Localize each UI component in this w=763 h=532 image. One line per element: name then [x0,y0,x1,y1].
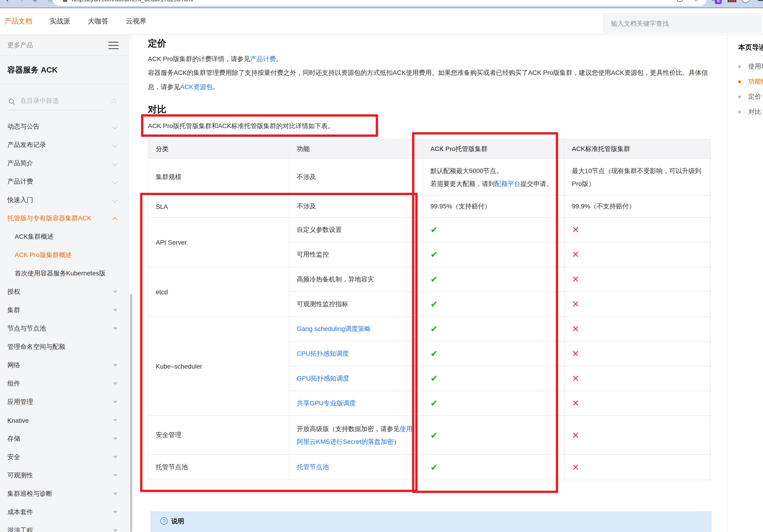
nav-tab[interactable]: 云视界 [126,17,147,26]
sidebar-item[interactable]: 节点与节点池 [0,319,133,338]
sidebar-item[interactable]: Knative [0,411,133,430]
sidebar-item[interactable]: ACK集群概述 [0,228,133,246]
sidebar-item-label: 托管版与专有版容器集群ACK [7,214,91,222]
sidebar-item[interactable]: 存储 [0,430,133,448]
link-ack-resource-pack[interactable]: ACK资源包 [180,83,213,90]
link-quota-platform[interactable]: 配额平台 [495,180,520,187]
check-icon: ✔ [430,250,438,259]
link-managed-nodepool[interactable]: 托管节点池 [297,463,329,471]
hamburger-icon[interactable] [108,42,119,49]
avatar[interactable] [741,0,750,3]
col-header-category: 分类 [148,139,289,159]
cell-category: SLA [148,195,289,217]
triangle-down-icon [113,511,118,514]
cell-function: Gang scheduling调度策略 [289,316,423,341]
cell-standard: ✕ [564,217,710,242]
nav-tab[interactable]: 实战派 [50,17,70,26]
chevron-down-icon [112,179,118,185]
sidebar-item-label: 产品计费 [7,178,33,186]
sidebar-item[interactable]: 首次使用容器服务Kubernetes版 [0,264,133,283]
link-shared-gpu-pro[interactable]: 共享GPU专业版调度 [297,399,356,406]
cell-standard: ✕ [564,416,710,455]
cell-pro: ✔ [423,292,564,316]
sidebar-item[interactable]: 管理命名空间与配额 [0,338,133,356]
cell-category: 安全管理 [148,416,289,455]
forward-icon[interactable]: › [18,0,27,4]
toc-filter-input[interactable] [19,96,102,105]
sidebar-item-label: 应用管理 [7,398,33,406]
sidebar-scrollbar-thumb[interactable] [130,294,132,532]
sidebar-item[interactable]: 混沌工程 [0,521,133,532]
sidebar-item[interactable]: 产品简介 [0,154,133,173]
sidebar-item-label: 组件 [7,380,20,388]
nav-tab[interactable]: 产品文档 [5,17,32,26]
triangle-down-icon [113,364,118,367]
sidebar-item[interactable]: 产品发布记录 [0,136,133,154]
send-to-device-icon[interactable] [677,0,683,2]
cross-icon: ✕ [572,349,579,359]
sidebar-item[interactable]: 应用管理 [0,393,133,411]
address-bar[interactable]: help.aliyun.com/document_detail/173290.h… [53,0,707,6]
cell-function: 共享GPU专业版调度 [289,391,423,416]
note-box: ? 说明 ACK专有版集群仅支持共享GPU普通版调度。详细信息，请参见共享GPU… [150,511,711,532]
nav-tab[interactable]: 大咖答 [88,17,108,26]
cross-icon: ✕ [572,299,579,309]
cell-category: etcd [148,267,289,316]
browser-menu-icon[interactable] [758,0,763,3]
bullet-icon [738,110,741,113]
sidebar-item-label: 集群巡检与诊断 [7,490,53,498]
sidebar-item[interactable]: 动态与公告 [0,118,133,136]
back-icon[interactable]: ‹ [3,0,12,4]
sidebar-item-label: 安全 [7,453,20,461]
sidebar-item[interactable]: 产品计费 [0,173,133,191]
check-icon: ✔ [430,463,438,472]
sidebar-item[interactable]: 网络 [0,356,133,375]
cross-icon: ✕ [572,374,579,383]
table-row: Kube–scheduler Gang scheduling调度策略 ✔ ✕ [148,316,710,341]
sidebar-item[interactable]: 组件 [0,375,133,393]
more-products-row[interactable]: 更多产品 [0,35,133,56]
comparison-table: 分类 功能 ACK Pro托管版集群 ACK标准托管版集群 集群规模 不涉及 默… [148,139,710,480]
sidebar-scrollbar-track[interactable] [129,35,133,532]
bookmark-star-icon[interactable]: ☆ [694,0,699,3]
check-icon: ✔ [430,324,438,334]
sidebar-item[interactable]: 集群巡检与诊断 [0,485,133,503]
link-cpu-topology[interactable]: CPU拓扑感知调度 [297,350,349,357]
cell-pro: 99.95%（支持赔付） [423,195,564,217]
sidebar-item[interactable]: ACK Pro版集群概述 [0,246,133,264]
doc-search-input[interactable] [603,13,762,34]
link-gang-scheduling[interactable]: Gang scheduling调度策略 [297,325,371,332]
cell-function: 托管节点池 [289,455,423,480]
check-icon: ✔ [430,399,438,408]
sidebar: 更多产品 容器服务 ACK 动态与公告 [0,35,133,532]
triangle-down-icon [113,529,118,532]
toc-item[interactable]: 定价 [738,89,763,104]
sidebar-item[interactable]: 安全 [0,448,133,466]
sidebar-item[interactable]: 授权 [0,283,133,301]
cell-standard: ✕ [564,292,710,316]
cell-standard: ✕ [564,242,710,267]
link-gpu-topology[interactable]: GPU拓扑感知调度 [297,374,349,382]
cell-pro: 默认配额最大5000节点。若需要更大配额，请到配额平台提交申请。 [423,159,564,195]
product-title: 容器服务 ACK [7,65,57,75]
sidebar-item[interactable]: 可观测性 [0,466,133,485]
sidebar-item[interactable]: 成本套件 [0,503,133,521]
link-product-billing[interactable]: 产品计费 [250,55,276,62]
toc-item[interactable]: 功能特点 [738,74,763,89]
extension-wave-icon[interactable] [728,0,736,2]
reload-icon[interactable]: ⟳ [31,0,41,4]
cell-standard: ✕ [564,391,710,416]
sidebar-item[interactable]: 快速入门 [0,191,133,209]
toc-item[interactable]: 对比 [738,104,763,119]
product-title-row: 容器服务 ACK [0,56,133,84]
sidebar-item[interactable]: 集群 [0,301,133,319]
sidebar-item-label: 首次使用容器服务Kubernetes版 [15,269,105,278]
site-navbar: 产品文档 实战派 大咖答 云视界 [0,8,763,35]
collapse-all-icon[interactable] [111,99,118,107]
col-header-function: 功能 [289,139,423,159]
toc-item[interactable]: 使用场景 [738,59,763,74]
triangle-down-icon [113,419,118,422]
pricing-heading: 定价 [148,37,710,49]
sidebar-item[interactable]: 托管版与专有版容器集群ACK [0,209,133,228]
browser-toolbar: ‹ › ⟳ ⌂ help.aliyun.com/document_detail/… [0,0,763,8]
